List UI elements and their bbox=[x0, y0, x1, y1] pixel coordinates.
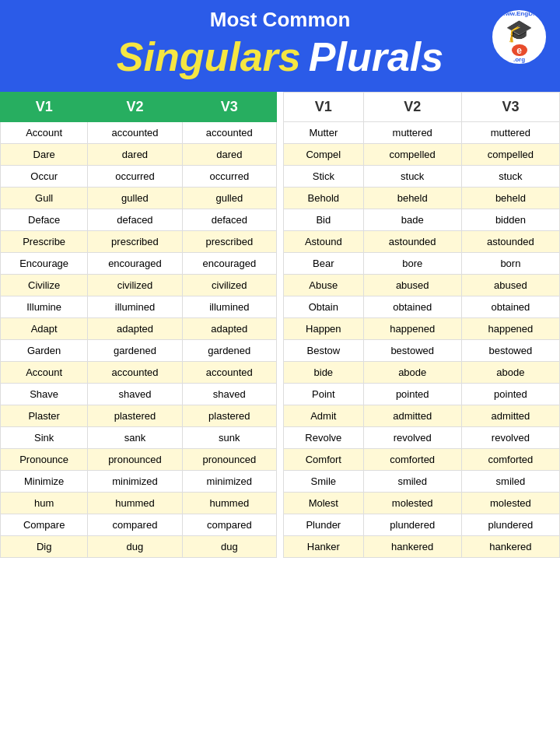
left-v1-cell: Deface bbox=[1, 209, 88, 231]
right-v2-cell: happened bbox=[363, 318, 461, 340]
table-row: Civilizecivilizedcivilized bbox=[1, 275, 277, 296]
left-v2-cell: occurred bbox=[88, 166, 182, 188]
right-v3-cell: muttered bbox=[461, 122, 559, 144]
right-col-v2: V2 bbox=[363, 93, 461, 122]
left-v1-cell: Illumine bbox=[1, 296, 88, 318]
table-row: Compelcompelledcompelled bbox=[284, 144, 560, 166]
table-row: Happenhappenedhappened bbox=[284, 318, 560, 340]
right-v2-cell: bore bbox=[363, 253, 461, 275]
right-v2-cell: pointed bbox=[363, 384, 461, 405]
left-v3-cell: accounted bbox=[182, 122, 276, 144]
left-v1-cell: Shave bbox=[1, 384, 88, 405]
left-v2-cell: hummed bbox=[88, 493, 182, 514]
left-v3-cell: defaced bbox=[182, 209, 276, 231]
table-row: Shaveshavedshaved bbox=[1, 384, 277, 405]
left-v1-cell: Compare bbox=[1, 514, 88, 536]
right-v2-cell: admitted bbox=[363, 405, 461, 427]
right-v3-cell: abode bbox=[461, 362, 559, 384]
left-v3-cell: gulled bbox=[182, 188, 276, 209]
table-row: Gullgulledgulled bbox=[1, 188, 277, 209]
left-v1-cell: Adapt bbox=[1, 318, 88, 340]
left-v2-cell: plastered bbox=[88, 405, 182, 427]
left-v2-cell: encouraged bbox=[88, 253, 182, 275]
left-col-v1: V1 bbox=[1, 93, 88, 122]
main-content: V1 V2 V3 AccountaccountedaccountedDareda… bbox=[0, 92, 560, 558]
table-row: Digdugdug bbox=[1, 536, 277, 558]
left-v1-cell: Pronounce bbox=[1, 449, 88, 471]
right-v1-cell: Behold bbox=[284, 188, 364, 209]
table-row: Pointpointedpointed bbox=[284, 384, 560, 405]
right-v3-cell: bidden bbox=[461, 209, 559, 231]
left-v2-cell: compared bbox=[88, 514, 182, 536]
right-v3-cell: stuck bbox=[461, 166, 559, 188]
table-row: Revolverevolvedrevolved bbox=[284, 427, 560, 449]
table-row: Abuseabusedabused bbox=[284, 275, 560, 296]
right-v3-cell: compelled bbox=[461, 144, 559, 166]
left-v3-cell: gardened bbox=[182, 340, 276, 362]
right-v3-cell: obtained bbox=[461, 296, 559, 318]
table-row: Daredareddared bbox=[1, 144, 277, 166]
left-v2-cell: prescribed bbox=[88, 231, 182, 253]
table-row: Bearboreborn bbox=[284, 253, 560, 275]
right-v2-cell: smiled bbox=[363, 471, 461, 493]
table-row: Plunderplunderedplundered bbox=[284, 514, 560, 536]
right-v1-cell: Stick bbox=[284, 166, 364, 188]
right-v2-cell: comforted bbox=[363, 449, 461, 471]
table-row: Bidbadebidden bbox=[284, 209, 560, 231]
left-v2-cell: illumined bbox=[88, 296, 182, 318]
right-v1-cell: Bestow bbox=[284, 340, 364, 362]
plurals-title: Plurals bbox=[309, 33, 443, 80]
right-v2-cell: bade bbox=[363, 209, 461, 231]
right-v1-cell: Plunder bbox=[284, 514, 364, 536]
left-v2-cell: civilized bbox=[88, 275, 182, 296]
table-row: Adaptadaptedadapted bbox=[1, 318, 277, 340]
right-v2-cell: hankered bbox=[363, 536, 461, 558]
left-v1-cell: Dare bbox=[1, 144, 88, 166]
left-v2-cell: dug bbox=[88, 536, 182, 558]
right-col-v1: V1 bbox=[284, 93, 364, 122]
right-v2-cell: molested bbox=[363, 493, 461, 514]
right-v3-cell: happened bbox=[461, 318, 559, 340]
engdic-logo: www.EngDic 🎓 e .org bbox=[490, 8, 548, 66]
left-table-section: V1 V2 V3 AccountaccountedaccountedDareda… bbox=[0, 92, 277, 558]
left-v1-cell: Dig bbox=[1, 536, 88, 558]
left-v3-cell: hummed bbox=[182, 493, 276, 514]
table-row: Admitadmittedadmitted bbox=[284, 405, 560, 427]
table-row: Astoundastoundedastounded bbox=[284, 231, 560, 253]
left-v1-cell: Garden bbox=[1, 340, 88, 362]
table-row: Encourageencouragedencouraged bbox=[1, 253, 277, 275]
left-v2-cell: defaced bbox=[88, 209, 182, 231]
right-v1-cell: Hanker bbox=[284, 536, 364, 558]
right-v3-cell: bestowed bbox=[461, 340, 559, 362]
right-v1-cell: Mutter bbox=[284, 122, 364, 144]
right-col-v3: V3 bbox=[461, 93, 559, 122]
right-v3-cell: plundered bbox=[461, 514, 559, 536]
table-row: humhummedhummed bbox=[1, 493, 277, 514]
left-v1-cell: Civilize bbox=[1, 275, 88, 296]
left-v2-cell: gulled bbox=[88, 188, 182, 209]
left-table: V1 V2 V3 AccountaccountedaccountedDareda… bbox=[0, 92, 277, 558]
right-table: V1 V2 V3 MuttermutteredmutteredCompelcom… bbox=[283, 92, 560, 558]
table-row: Minimizeminimizedminimized bbox=[1, 471, 277, 493]
table-row: Hankerhankeredhankered bbox=[284, 536, 560, 558]
table-row: Comparecomparedcompared bbox=[1, 514, 277, 536]
left-v2-cell: dared bbox=[88, 144, 182, 166]
right-v2-cell: beheld bbox=[363, 188, 461, 209]
left-v3-cell: plastered bbox=[182, 405, 276, 427]
table-row: Defacedefaceddefaced bbox=[1, 209, 277, 231]
left-v3-cell: sunk bbox=[182, 427, 276, 449]
table-row: Pronouncepronouncedpronounced bbox=[1, 449, 277, 471]
right-v3-cell: pointed bbox=[461, 384, 559, 405]
right-v1-cell: Bid bbox=[284, 209, 364, 231]
left-v1-cell: Gull bbox=[1, 188, 88, 209]
right-v3-cell: abused bbox=[461, 275, 559, 296]
most-common-title: Most Common bbox=[12, 8, 548, 32]
left-col-v3: V3 bbox=[182, 93, 276, 122]
left-v3-cell: encouraged bbox=[182, 253, 276, 275]
left-v2-cell: sank bbox=[88, 427, 182, 449]
table-row: Muttermutteredmuttered bbox=[284, 122, 560, 144]
table-row: Plasterplasteredplastered bbox=[1, 405, 277, 427]
right-v1-cell: Smile bbox=[284, 471, 364, 493]
left-v3-cell: pronounced bbox=[182, 449, 276, 471]
right-v2-cell: abused bbox=[363, 275, 461, 296]
